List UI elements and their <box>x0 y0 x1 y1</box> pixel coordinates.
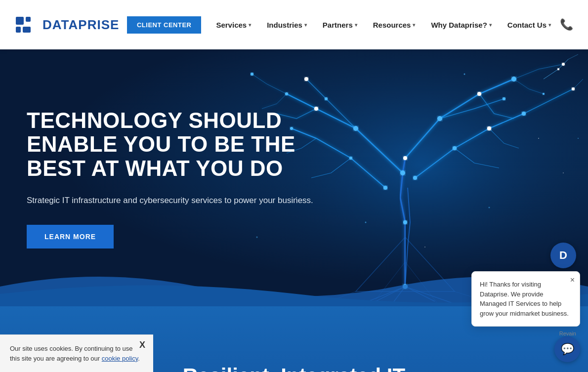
svg-point-9 <box>383 186 387 190</box>
svg-point-16 <box>437 116 442 121</box>
svg-point-13 <box>285 92 288 95</box>
hero-subtitle: Strategic IT infrastructure and cybersec… <box>27 194 313 207</box>
header: DATAPRISE CLIENT CENTER Services ▾ Indus… <box>0 0 588 49</box>
nav-item-partners[interactable]: Partners ▾ <box>316 17 364 33</box>
svg-point-27 <box>325 97 328 100</box>
svg-point-20 <box>453 146 457 150</box>
chevron-down-icon: ▾ <box>355 22 357 28</box>
chevron-down-icon: ▾ <box>249 22 251 28</box>
logo[interactable]: DATAPRISE <box>15 13 119 37</box>
cookie-close-button[interactable]: X <box>139 340 145 350</box>
below-hero-title: Resilient, Integrated IT Infrastructure … <box>159 344 429 372</box>
svg-point-33 <box>538 138 539 139</box>
chevron-down-icon: ▾ <box>304 22 307 28</box>
logo-icon <box>15 13 39 37</box>
svg-rect-2 <box>16 27 21 33</box>
svg-point-37 <box>563 172 564 173</box>
svg-point-34 <box>365 222 367 223</box>
chevron-down-icon: ▾ <box>413 22 415 28</box>
svg-point-8 <box>403 156 407 160</box>
main-nav: CLIENT CENTER Services ▾ Industries ▾ Pa… <box>127 16 573 34</box>
svg-point-15 <box>251 73 253 76</box>
nav-item-why-dataprise[interactable]: Why Dataprise? ▾ <box>424 17 498 33</box>
svg-rect-0 <box>16 17 24 25</box>
chat-open-button[interactable]: 💬 <box>554 336 580 362</box>
svg-point-7 <box>400 170 405 175</box>
logo-text: DATAPRISE <box>42 17 119 33</box>
nav-item-resources[interactable]: Resources ▾ <box>366 17 422 33</box>
cookie-link[interactable]: cookie policy <box>102 355 138 362</box>
hero-content: TECHNOLOGY SHOULD ENABLE YOU TO BE THE B… <box>27 109 313 248</box>
svg-point-22 <box>522 112 526 116</box>
nav-item-services[interactable]: Services ▾ <box>209 17 258 33</box>
svg-point-25 <box>572 87 575 90</box>
chevron-down-icon: ▾ <box>489 22 492 28</box>
svg-point-14 <box>304 77 308 81</box>
revain-label: Revain <box>559 331 576 336</box>
svg-point-18 <box>511 77 516 82</box>
svg-point-39 <box>578 138 579 139</box>
svg-point-6 <box>403 220 407 224</box>
cookie-banner: X Our site uses cookies. By continuing t… <box>0 334 153 372</box>
chat-widget: D × Hi! Thanks for visiting Dataprise. W… <box>471 243 580 362</box>
svg-point-26 <box>503 97 505 100</box>
svg-point-17 <box>477 92 481 96</box>
phone-icon[interactable]: 📞 <box>560 18 573 31</box>
svg-point-21 <box>487 126 491 130</box>
client-center-button[interactable]: CLIENT CENTER <box>127 16 202 34</box>
nav-item-contact-us[interactable]: Contact Us ▾ <box>501 17 558 33</box>
chat-open-icon: 💬 <box>561 343 574 356</box>
svg-point-23 <box>349 157 352 160</box>
learn-more-button[interactable]: LEARN MORE <box>27 225 114 248</box>
svg-point-11 <box>353 126 358 131</box>
svg-point-36 <box>489 207 490 208</box>
svg-point-28 <box>557 68 559 70</box>
svg-point-19 <box>562 63 565 66</box>
svg-point-10 <box>413 176 417 180</box>
svg-point-29 <box>543 93 545 95</box>
nav-item-industries[interactable]: Industries ▾ <box>260 17 314 33</box>
svg-point-35 <box>424 247 425 248</box>
chevron-down-icon: ▾ <box>548 22 551 28</box>
svg-rect-1 <box>26 17 31 22</box>
svg-rect-3 <box>23 27 31 33</box>
svg-point-12 <box>314 107 318 111</box>
chat-bubble-text: Hi! Thanks for visiting Dataprise. We pr… <box>480 280 572 318</box>
svg-point-32 <box>464 74 465 75</box>
revain-bar: Revain <box>471 331 576 336</box>
hero-title: TECHNOLOGY SHOULD ENABLE YOU TO BE THE B… <box>27 109 313 180</box>
chat-bubble: × Hi! Thanks for visiting Dataprise. We … <box>471 271 580 327</box>
chat-avatar: D <box>550 243 576 268</box>
chat-close-button[interactable]: × <box>570 276 575 285</box>
